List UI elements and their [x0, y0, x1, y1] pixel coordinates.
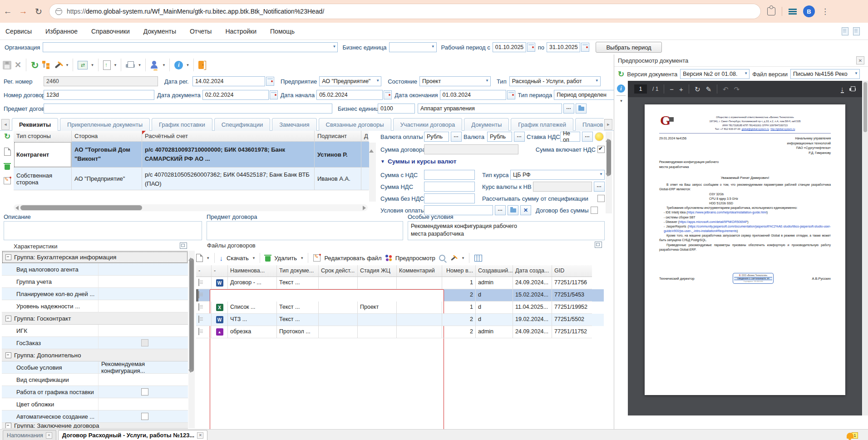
print-icon[interactable]	[126, 61, 135, 69]
col-term[interactable]: Срок дейст...	[319, 265, 358, 277]
pay-currency-field[interactable]: Рубль	[424, 132, 449, 142]
collapse-icon[interactable]	[5, 316, 11, 321]
char-group-row[interactable]: Группа: Дополнительно	[2, 349, 188, 361]
party-type-cell[interactable]: Собственная сторона	[14, 168, 72, 190]
parties-horizontal-scrollbar[interactable]	[14, 204, 368, 211]
scroll-up-icon[interactable]	[606, 132, 610, 142]
organization-select[interactable]	[43, 42, 338, 52]
scroll-right-icon[interactable]	[363, 206, 366, 210]
undock-panel-icon[interactable]	[180, 242, 187, 249]
char-row[interactable]: Работа от графика поставки	[2, 386, 188, 398]
char-row[interactable]: ИГК	[2, 325, 188, 337]
reg-number-field[interactable]: 2460	[44, 76, 158, 86]
collapse-icon[interactable]	[5, 352, 11, 358]
pay-terms-picker[interactable]	[495, 205, 506, 215]
address-bar[interactable]: https://demo.global-system.ru/Wf_MainMen…	[49, 4, 761, 19]
zoom-in-icon[interactable]: +	[679, 86, 683, 93]
description-textarea[interactable]	[4, 221, 202, 240]
supply-schedule-checkbox[interactable]	[141, 388, 148, 396]
signer-cell[interactable]: Устинов Р.	[315, 142, 361, 168]
auto-create-checkbox[interactable]	[141, 413, 148, 420]
calendar-icon[interactable]	[527, 43, 535, 52]
undock-panel-icon[interactable]	[595, 242, 602, 248]
col-gid[interactable]: GID	[552, 265, 592, 277]
col-doctype[interactable]: Тип докуме...	[277, 265, 319, 277]
redo-icon[interactable]: ↷	[734, 86, 740, 93]
subject-textarea[interactable]	[207, 221, 403, 240]
amount-with-vat-field[interactable]	[424, 170, 475, 180]
close-icon[interactable]: ✕	[46, 432, 52, 439]
tab-specifications[interactable]: Спецификации	[214, 118, 271, 131]
collapse-icon[interactable]	[5, 254, 11, 260]
dropdown-arrow-icon[interactable]: ▾	[462, 256, 464, 260]
search-icon[interactable]	[439, 255, 445, 261]
undo-icon[interactable]: ↶	[723, 86, 729, 93]
pay-terms-clear-button[interactable]: ✕	[520, 205, 531, 215]
characteristics-scrollbar[interactable]	[188, 251, 195, 428]
contract-number-field[interactable]: 123d	[44, 90, 154, 100]
delete-record-icon[interactable]	[5, 164, 10, 170]
scroll-thumb[interactable]	[189, 258, 194, 372]
vat-rate-picker[interactable]	[582, 132, 593, 142]
tab-participants[interactable]: Участники договора	[393, 118, 463, 131]
col-created[interactable]: Дата созда...	[513, 265, 552, 277]
tab-remarks[interactable]: Замечания	[272, 118, 316, 131]
export-icon[interactable]	[103, 60, 111, 70]
table-row[interactable]: Контрагент АО "Торговый Дом "Виконт" р/с…	[14, 142, 369, 168]
business-unit-select[interactable]	[389, 42, 437, 52]
close-icon[interactable]: ✕	[197, 432, 203, 439]
col-number[interactable]: Номер в...	[442, 265, 476, 277]
calendar-icon[interactable]	[384, 90, 392, 99]
menu-documents[interactable]: Документы	[143, 28, 176, 35]
currency-picker[interactable]	[514, 132, 525, 142]
tab-list-icon[interactable]	[789, 8, 797, 15]
calendar-icon[interactable]	[581, 43, 589, 52]
delete-file-icon[interactable]	[265, 256, 271, 262]
char-group-row[interactable]: Группа: Госконтракт	[2, 312, 188, 325]
notifications[interactable]: 1	[847, 432, 858, 439]
col-party-type[interactable]: Тип стороны	[14, 131, 72, 142]
dropdown-arrow-icon[interactable]: ▾	[91, 63, 94, 67]
scroll-thumb[interactable]	[863, 82, 867, 132]
menu-help[interactable]: Помощь	[270, 28, 295, 35]
dropdown-arrow-icon[interactable]: ▾	[138, 63, 141, 67]
page-number-box[interactable]: 1	[634, 84, 647, 94]
char-row[interactable]: ГосЗаказ	[2, 337, 188, 349]
rate-type-select[interactable]: ЦБ РФ	[510, 170, 605, 180]
period-type-field[interactable]: Период определен	[554, 90, 615, 100]
enterprise-select[interactable]: АО "Предприятие"	[319, 76, 381, 86]
table-row[interactable]: ▲ обрезкаПротокол ... 2admin 24.09.2024.…	[196, 326, 604, 338]
back-icon[interactable]: ←	[0, 6, 15, 16]
scroll-up-icon[interactable]	[188, 251, 193, 261]
menu-services[interactable]: Сервисы	[5, 28, 32, 35]
char-row[interactable]: Автоматическое создание ...	[2, 410, 188, 423]
rotate-icon[interactable]: ↻	[695, 86, 700, 93]
col-creator[interactable]: Создавший...	[476, 265, 513, 277]
refresh-icon[interactable]: ↻	[4, 133, 10, 140]
party-cell[interactable]: АО "Предприятие"	[72, 168, 142, 190]
scroll-down-icon[interactable]	[188, 370, 193, 380]
col-stage[interactable]: Стадия ЖЦ	[358, 265, 397, 277]
tab-related-contracts[interactable]: Связанные договоры	[319, 118, 391, 131]
calendar-icon[interactable]	[270, 90, 278, 99]
col-party[interactable]: Сторона	[72, 131, 142, 142]
menu-favorites[interactable]: Избранное	[45, 28, 78, 35]
site-info-icon[interactable]	[55, 8, 62, 15]
dropdown-arrow-icon[interactable]: ▾	[163, 63, 165, 67]
period-to-field[interactable]: 31.10.2025	[547, 42, 580, 52]
calendar-icon[interactable]	[507, 90, 515, 99]
user-permissions-icon[interactable]	[150, 61, 159, 69]
currency-section-header[interactable]: ▼ Суммы и курсы валют	[380, 158, 605, 165]
bu-name-field[interactable]: Аппарат управления	[418, 104, 562, 114]
taskbar-tab-contract[interactable]: Договор Расходный - Услуги, работы №123.…	[58, 430, 207, 440]
col-dash2[interactable]: -	[212, 265, 228, 277]
amount-incl-vat-checkbox[interactable]	[597, 146, 605, 153]
special-terms-textarea[interactable]: Рекомендуемая конфигурация рабочегоместа…	[408, 221, 605, 240]
tab-documents[interactable]: Документы	[464, 118, 509, 131]
profile-avatar[interactable]: B	[803, 5, 815, 17]
bu-picker-button[interactable]	[563, 104, 574, 114]
gos-zakaz-checkbox[interactable]	[141, 339, 148, 346]
table-row[interactable]: Собственная сторона АО "Предприятие" р/с…	[14, 168, 369, 190]
tools-icon[interactable]	[54, 61, 63, 69]
exchange-picker[interactable]	[594, 182, 605, 192]
